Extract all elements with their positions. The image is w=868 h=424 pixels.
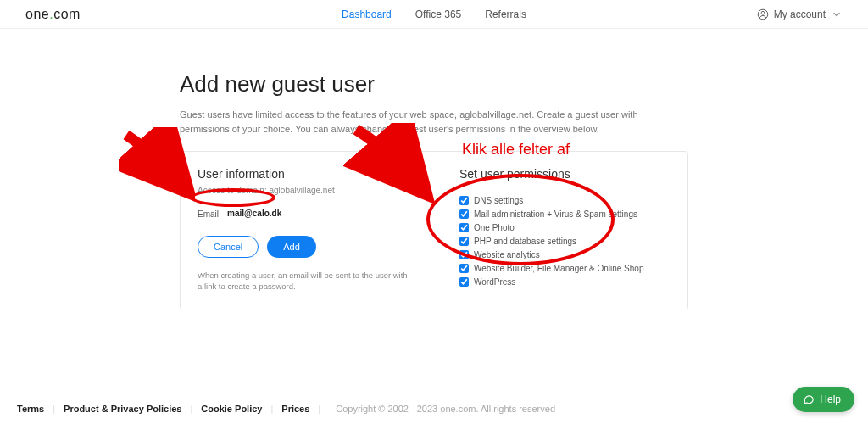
sep: | — [318, 404, 320, 414]
user-info-access-line: Access to domain: aglobalvillage.net — [198, 186, 409, 195]
perm-item-wordpress: WordPress — [459, 277, 670, 287]
page-description: Guest users have limited access to the f… — [180, 108, 688, 136]
user-info-column: User information Access to domain: aglob… — [198, 167, 409, 293]
perm-item-dns: DNS settings — [459, 196, 670, 205]
brand-logo: one.com — [25, 7, 81, 22]
user-circle-icon — [757, 8, 769, 20]
help-label: Help — [820, 393, 841, 405]
main-content: Add new guest user Guest users have limi… — [180, 71, 688, 310]
footer-terms[interactable]: Terms — [17, 404, 44, 414]
perm-checkbox-analytics[interactable] — [459, 250, 469, 259]
perm-label: DNS settings — [474, 196, 523, 205]
perm-item-mail: Mail administration + Virus & Spam setti… — [459, 209, 670, 219]
create-user-note: When creating a user, an email will be s… — [198, 270, 409, 293]
perm-item-onephoto: One Photo — [459, 223, 670, 232]
footer-cookie[interactable]: Cookie Policy — [201, 404, 262, 414]
email-row: Email — [198, 207, 409, 220]
page-title: Add new guest user — [180, 71, 688, 98]
perm-label: PHP and database settings — [474, 237, 576, 246]
guest-user-card: User information Access to domain: aglob… — [180, 151, 688, 310]
perm-checkbox-wordpress[interactable] — [459, 277, 469, 287]
add-button[interactable]: Add — [267, 236, 316, 258]
logo-text-pre: one — [25, 7, 49, 21]
logo-text-post: com — [53, 7, 81, 21]
perm-checkbox-builder[interactable] — [459, 264, 469, 273]
email-field[interactable] — [227, 207, 329, 220]
sep: | — [270, 404, 273, 414]
sep: | — [190, 404, 192, 414]
nav-dashboard[interactable]: Dashboard — [342, 8, 392, 20]
nav-office365[interactable]: Office 365 — [415, 8, 461, 20]
account-label: My account — [774, 8, 826, 20]
perm-label: WordPress — [474, 277, 515, 287]
perm-label: Website Builder, File Manager & Online S… — [474, 264, 643, 273]
perm-item-php: PHP and database settings — [459, 237, 670, 246]
main-nav: Dashboard Office 365 Referrals — [342, 8, 526, 20]
perm-item-analytics: Website analytics — [459, 250, 670, 259]
cancel-button[interactable]: Cancel — [198, 236, 259, 258]
footer-copyright: Copyright © 2002 - 2023 one.com. All rig… — [336, 404, 555, 414]
footer-prices[interactable]: Prices — [281, 404, 309, 414]
perm-item-builder: Website Builder, File Manager & Online S… — [459, 264, 670, 273]
footer: Terms | Product & Privacy Policies | Coo… — [0, 393, 868, 424]
top-header: one.com Dashboard Office 365 Referrals M… — [0, 0, 868, 29]
perm-label: Mail administration + Virus & Spam setti… — [474, 209, 637, 219]
chevron-down-icon — [831, 8, 843, 20]
perm-checkbox-dns[interactable] — [459, 196, 469, 205]
perm-label: One Photo — [474, 223, 515, 232]
email-label: Email — [198, 209, 219, 219]
perm-checkbox-php[interactable] — [459, 237, 469, 246]
sep: | — [53, 404, 55, 414]
perm-label: Website analytics — [474, 250, 540, 259]
permissions-column: Set user permissions DNS settings Mail a… — [459, 167, 670, 293]
perm-checkbox-onephoto[interactable] — [459, 223, 469, 232]
footer-privacy[interactable]: Product & Privacy Policies — [64, 404, 181, 414]
chat-icon — [803, 393, 815, 405]
user-info-heading: User information — [198, 167, 409, 181]
action-buttons: Cancel Add — [198, 236, 409, 258]
permissions-list: DNS settings Mail administration + Virus… — [459, 196, 670, 287]
nav-referrals[interactable]: Referrals — [485, 8, 526, 20]
help-button[interactable]: Help — [793, 387, 854, 412]
svg-point-1 — [761, 11, 765, 14]
permissions-heading: Set user permissions — [459, 167, 670, 181]
perm-checkbox-mail[interactable] — [459, 209, 469, 219]
account-menu[interactable]: My account — [757, 8, 843, 20]
